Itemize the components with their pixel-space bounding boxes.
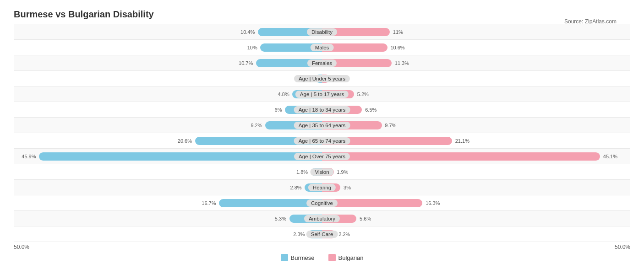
value-left: 20.6%: [178, 138, 192, 144]
value-right: 6.5%: [365, 107, 377, 113]
row-label: Age | Over 75 years: [294, 153, 350, 160]
value-left: 16.7%: [202, 200, 216, 206]
value-left: 10%: [247, 45, 257, 50]
row-label-container: Age | 5 to 17 years: [295, 91, 349, 98]
row-label-container: Vision: [310, 168, 333, 176]
row-label: Age | 18 to 34 years: [294, 106, 350, 113]
row-label: Females: [307, 59, 337, 67]
value-right: 1.9%: [337, 169, 348, 175]
value-left: 2.3%: [293, 232, 305, 237]
chart-row: Disability10.4%11%: [14, 24, 630, 40]
value-left: 9.2%: [251, 123, 262, 128]
chart-row: Age | 35 to 64 years9.2%9.7%: [14, 118, 630, 133]
bar-container: Cognitive16.7%16.3%: [14, 198, 630, 208]
value-left: 45.9%: [22, 154, 36, 159]
legend-burmese: Burmese: [281, 254, 315, 261]
bar-container: Hearing2.8%3%: [14, 183, 630, 193]
bulgarian-legend-box: [328, 254, 336, 261]
bar-container: Age | Over 75 years45.9%45.1%: [14, 151, 630, 162]
chart-area: Disability10.4%11%Males10%10.6%Females10…: [14, 24, 630, 242]
axis-labels: 50.0% 50.0%: [14, 244, 630, 250]
value-left: 6%: [275, 107, 282, 113]
row-label: Age | 65 to 74 years: [294, 137, 350, 145]
axis-left: 50.0%: [14, 244, 29, 250]
row-label: Age | Under 5 years: [294, 75, 350, 82]
burmese-legend-box: [281, 254, 288, 261]
value-right: 5.2%: [357, 92, 369, 97]
row-label: Hearing: [308, 184, 336, 191]
bar-container: Disability10.4%11%: [14, 27, 630, 37]
bar-container: Age | Under 5 years1.1%1.3%: [14, 74, 630, 84]
value-right: 11.3%: [395, 60, 409, 66]
value-left: 2.8%: [290, 185, 302, 190]
bar-right: [322, 152, 600, 161]
value-right: 9.7%: [385, 123, 396, 128]
axis-right: 50.0%: [615, 244, 630, 250]
value-right: 45.1%: [603, 154, 617, 159]
row-label: Ambulatory: [304, 215, 340, 222]
row-label: Age | 5 to 17 years: [295, 91, 349, 98]
bar-container: Age | 18 to 34 years6%6.5%: [14, 105, 630, 115]
row-label: Self-Care: [306, 231, 338, 238]
bar-left: [39, 152, 322, 161]
bar-container: Age | 65 to 74 years20.6%21.1%: [14, 136, 630, 146]
chart-row: Hearing2.8%3%: [14, 180, 630, 195]
row-label-container: Age | 65 to 74 years: [294, 137, 350, 145]
bar-container: Age | 5 to 17 years4.8%5.2%: [14, 89, 630, 99]
bar-container: Age | 35 to 64 years9.2%9.7%: [14, 120, 630, 130]
chart-row: Males10%10.6%: [14, 40, 630, 55]
chart-row: Age | 18 to 34 years6%6.5%: [14, 102, 630, 118]
value-right: 10.6%: [390, 45, 404, 50]
bar-container: Females10.7%11.3%: [14, 58, 630, 68]
value-right: 3%: [344, 185, 351, 190]
chart-row: Self-Care2.3%2.2%: [14, 226, 630, 242]
chart-row: Age | Over 75 years45.9%45.1%: [14, 149, 630, 164]
value-right: 2.2%: [338, 232, 350, 237]
bulgarian-label: Bulgarian: [338, 254, 364, 261]
chart-row: Ambulatory5.3%5.6%: [14, 211, 630, 226]
bar-container: Males10%10.6%: [14, 43, 630, 53]
chart-row: Cognitive16.7%16.3%: [14, 195, 630, 211]
row-label-container: Cognitive: [306, 199, 338, 207]
value-left: 5.3%: [275, 216, 286, 221]
chart-row: Vision1.8%1.9%: [14, 164, 630, 180]
row-label-container: Age | 35 to 64 years: [294, 122, 350, 129]
chart-title: Burmese vs Bulgarian Disability: [14, 9, 630, 20]
value-right: 5.6%: [360, 216, 371, 221]
row-label: Age | 35 to 64 years: [294, 122, 350, 129]
chart-row: Females10.7%11.3%: [14, 55, 630, 71]
legend: Burmese Bulgarian: [14, 254, 630, 261]
value-left: 1.8%: [296, 169, 308, 175]
row-label-container: Age | 18 to 34 years: [294, 106, 350, 113]
chart-row: Age | 5 to 17 years4.8%5.2%: [14, 86, 630, 102]
value-right: 11%: [393, 29, 403, 35]
value-right: 16.3%: [426, 200, 440, 206]
chart-row: Age | Under 5 years1.1%1.3%: [14, 71, 630, 86]
row-label-container: Hearing: [308, 184, 336, 191]
row-label-container: Age | Over 75 years: [294, 153, 350, 160]
row-label: Vision: [310, 168, 333, 176]
chart-row: Age | 65 to 74 years20.6%21.1%: [14, 133, 630, 149]
row-label: Males: [311, 44, 334, 51]
row-label-container: Age | Under 5 years: [294, 75, 350, 82]
value-left: 10.4%: [240, 29, 255, 35]
row-label-container: Self-Care: [306, 231, 338, 238]
row-label: Disability: [307, 28, 337, 36]
row-label-container: Females: [307, 59, 337, 67]
row-label-container: Males: [311, 44, 334, 51]
row-label: Cognitive: [306, 199, 338, 207]
bar-container: Vision1.8%1.9%: [14, 167, 630, 177]
row-label-container: Ambulatory: [304, 215, 340, 222]
bar-container: Ambulatory5.3%5.6%: [14, 214, 630, 224]
burmese-label: Burmese: [291, 254, 315, 261]
bar-container: Self-Care2.3%2.2%: [14, 229, 630, 239]
value-right: 21.1%: [455, 138, 469, 144]
row-label-container: Disability: [307, 28, 337, 36]
value-left: 4.8%: [278, 92, 289, 97]
legend-bulgarian: Bulgarian: [328, 254, 364, 261]
value-left: 10.7%: [239, 60, 253, 66]
source-label: Source: ZipAtlas.com: [564, 18, 617, 25]
